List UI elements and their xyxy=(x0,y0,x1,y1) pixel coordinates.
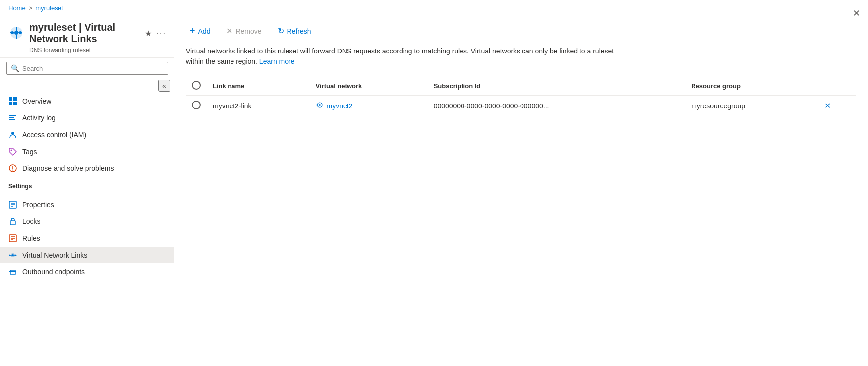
learn-more-link[interactable]: Learn more xyxy=(259,57,295,65)
svg-point-2 xyxy=(14,31,18,35)
properties-icon xyxy=(8,200,17,209)
svg-point-38 xyxy=(319,104,321,106)
svg-point-31 xyxy=(12,254,14,256)
svg-point-17 xyxy=(11,150,12,151)
sidebar-item-diagnose[interactable]: Diagnose and solve problems xyxy=(0,160,174,177)
sidebar-item-label: Rules xyxy=(22,234,40,242)
virtual-network-link[interactable]: myvnet2 xyxy=(316,101,422,110)
sidebar-item-iam[interactable]: Access control (IAM) xyxy=(0,126,174,143)
sidebar-item-label: Activity log xyxy=(22,114,56,122)
breadcrumb-home[interactable]: Home xyxy=(8,4,26,12)
breadcrumb-separator: > xyxy=(29,4,33,12)
main-content: + Add ✕ Remove ↻ Refresh Virtual network… xyxy=(174,16,868,366)
sidebar-item-activity-log[interactable]: Activity log xyxy=(0,109,174,126)
sidebar-item-rules[interactable]: Rules xyxy=(0,230,174,247)
overview-icon xyxy=(8,97,17,105)
sidebar-item-label: Tags xyxy=(22,148,37,156)
diagnose-icon xyxy=(8,164,17,173)
svg-point-42 xyxy=(322,105,323,105)
row-resource-group: myresourcegroup xyxy=(685,96,818,116)
refresh-button[interactable]: ↻ Refresh xyxy=(274,24,315,38)
sidebar-item-overview[interactable]: Overview xyxy=(0,93,174,109)
svg-rect-9 xyxy=(9,97,12,101)
search-input[interactable] xyxy=(22,65,164,72)
svg-point-20 xyxy=(12,170,13,171)
svg-point-35 xyxy=(15,255,17,256)
svg-point-34 xyxy=(9,255,11,256)
svg-point-8 xyxy=(19,31,22,34)
svg-rect-14 xyxy=(9,117,14,118)
svg-rect-12 xyxy=(13,102,17,105)
sidebar-item-properties[interactable]: Properties xyxy=(0,196,174,213)
sidebar-item-label: Properties xyxy=(22,201,54,209)
breadcrumb-current[interactable]: myruleset xyxy=(35,4,63,12)
svg-rect-10 xyxy=(13,97,17,101)
info-description: Virtual networks linked to this ruleset … xyxy=(186,46,632,67)
sidebar-item-label: Diagnose and solve problems xyxy=(22,164,114,172)
table-header-actions xyxy=(818,77,856,96)
sidebar-item-label: Overview xyxy=(22,97,51,105)
row-select-cell xyxy=(186,96,207,116)
row-virtual-network: myvnet2 xyxy=(310,96,428,116)
row-delete-cell: ✕ xyxy=(818,96,856,116)
search-icon: 🔍 xyxy=(11,64,19,72)
vnet-resource-icon xyxy=(316,101,324,110)
sidebar-item-label: Access control (IAM) xyxy=(22,131,86,139)
page-title: myruleset | Virtual Network Links xyxy=(29,22,140,45)
sidebar-item-label: Outbound endpoints xyxy=(22,268,85,276)
svg-rect-11 xyxy=(9,102,12,105)
row-link-name: myvnet2-link xyxy=(207,96,310,116)
locks-icon xyxy=(8,217,17,226)
row-subscription-id: 00000000-0000-0000-0000-000000... xyxy=(428,96,685,116)
virtual-network-links-table: Link name Virtual network Subscription I… xyxy=(186,77,856,116)
table-header-resource-group: Resource group xyxy=(685,77,818,96)
collapse-sidebar-button[interactable]: « xyxy=(158,80,170,92)
settings-divider xyxy=(8,194,166,194)
resource-icon xyxy=(8,25,24,42)
svg-point-7 xyxy=(11,31,14,34)
remove-icon: ✕ xyxy=(226,26,232,36)
header-radio-button[interactable] xyxy=(192,81,201,90)
sidebar-item-outbound-endpoints[interactable]: Outbound endpoints xyxy=(0,263,174,280)
search-container: 🔍 xyxy=(6,62,168,75)
table-row: myvnet2-link xyxy=(186,96,856,116)
sidebar-item-virtual-network-links[interactable]: Virtual Network Links xyxy=(0,247,174,263)
svg-rect-15 xyxy=(9,119,15,120)
row-radio-button[interactable] xyxy=(192,101,201,109)
breadcrumb: Home > myruleset xyxy=(0,0,868,16)
remove-button[interactable]: ✕ Remove xyxy=(222,24,265,38)
table-header-subscription-id: Subscription Id xyxy=(428,77,685,96)
svg-rect-25 xyxy=(10,221,15,225)
refresh-icon: ↻ xyxy=(278,26,284,36)
more-options-icon[interactable]: ··· xyxy=(157,29,166,38)
sidebar-nav: Overview Activity log Access xyxy=(0,93,174,280)
sidebar-item-label: Virtual Network Links xyxy=(22,251,87,259)
vnetlinks-icon xyxy=(8,251,17,260)
table-header-select xyxy=(186,77,207,96)
svg-point-41 xyxy=(316,105,317,105)
table-header-virtual-network: Virtual network xyxy=(310,77,428,96)
add-icon: + xyxy=(190,26,195,36)
activity-log-icon xyxy=(8,113,17,122)
svg-point-16 xyxy=(11,132,14,135)
add-button[interactable]: + Add xyxy=(186,24,214,38)
sidebar-item-label: Locks xyxy=(22,217,41,225)
close-button[interactable]: ✕ xyxy=(853,8,860,19)
resource-subtitle: DNS forwarding ruleset xyxy=(29,47,166,53)
svg-rect-13 xyxy=(9,115,16,116)
delete-row-button[interactable]: ✕ xyxy=(824,101,831,110)
toolbar: + Add ✕ Remove ↻ Refresh xyxy=(186,24,856,38)
outbound-icon xyxy=(8,267,17,276)
favorite-star-icon[interactable]: ★ xyxy=(145,29,152,38)
rules-icon xyxy=(8,234,17,243)
sidebar-item-tags[interactable]: Tags xyxy=(0,143,174,160)
tags-icon xyxy=(8,147,17,156)
sidebar-item-locks[interactable]: Locks xyxy=(0,213,174,230)
page-header: myruleset | Virtual Network Links ★ ··· … xyxy=(0,16,174,58)
table-header-link-name: Link name xyxy=(207,77,310,96)
settings-section-label: Settings xyxy=(0,177,174,192)
iam-icon xyxy=(8,130,17,139)
